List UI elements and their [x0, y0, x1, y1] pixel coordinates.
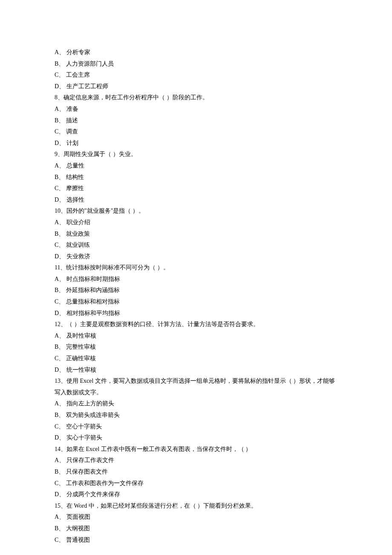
text-line: B、 只保存图表文件 [55, 466, 337, 478]
text-line: B、 外延指标和内涵指标 [55, 285, 337, 296]
text-line: A、 只保存工作表文件 [55, 455, 337, 466]
text-line: A、 页面视图 [55, 512, 337, 523]
text-line: 8、确定信息来源，时在工作分析程序中（ ）阶段的工作。 [55, 92, 337, 104]
document-page: A、 分析专家 B、 人力资源部门人员 C、 工会主席 D、 生产工艺工程师 8… [0, 0, 392, 555]
text-line: B、 人力资源部门人员 [55, 58, 337, 70]
text-line: A、 准备 [55, 104, 337, 115]
text-line: 15、在 Word 中，如果已经对某些段落进行分栏，在（ ）下能看到分栏效果。 [55, 500, 337, 512]
text-line: B、 完整性审核 [55, 341, 337, 353]
text-line: D、 选择性 [55, 194, 337, 206]
text-line: B、 大纲视图 [55, 523, 337, 535]
text-line: D、 相对指标和平均指标 [55, 308, 337, 319]
text-line: C、 调查 [55, 126, 337, 138]
text-line: 13、使用 Excel 文件，要写入数据或项目文字而选择一组单元格时，要将鼠标的… [55, 376, 337, 398]
text-line: A、 总量性 [55, 160, 337, 172]
text-line: A、 分析专家 [55, 47, 337, 58]
text-line: C、 就业训练 [55, 240, 337, 251]
text-line: D、 失业救济 [55, 251, 337, 263]
text-line: B、 结构性 [55, 172, 337, 183]
text-line: C、 工会主席 [55, 69, 337, 81]
text-line: 14、如果在 Excel 工作表中既有一般工作表又有图表，当保存文件时，（ ） [55, 444, 337, 455]
text-line: C、 普通视图 [55, 535, 337, 546]
text-line: 12、（ ）主要是观察数据资料的口径、计算方法、计量方法等是否符合要求。 [55, 319, 337, 330]
text-line: A、 时点指标和时期指标 [55, 274, 337, 285]
text-line: 10、国外的"就业服务"是指（ ）。 [55, 205, 337, 217]
text-line: C、 总量指标和相对指标 [55, 296, 337, 308]
text-line: D、 生产工艺工程师 [55, 81, 337, 92]
text-line: C、 空心十字箭头 [55, 421, 337, 433]
text-line: B、 描述 [55, 115, 337, 127]
text-line: D、 分成两个文件来保存 [55, 489, 337, 500]
text-line: C、 工作表和图表作为一文件保存 [55, 478, 337, 489]
text-line: 11、统计指标按时间标准不同可分为（ ）。 [55, 262, 337, 274]
text-line: 9、周期性失业属于（ ）失业。 [55, 149, 337, 160]
text-line: B、 就业政策 [55, 228, 337, 240]
text-line: C、 摩擦性 [55, 183, 337, 194]
text-line: B、 双为箭头或连串箭头 [55, 410, 337, 421]
text-line: A、 指向左上方的箭头 [55, 398, 337, 410]
text-line: A、 及时性审核 [55, 330, 337, 342]
text-line: C、 正确性审核 [55, 353, 337, 364]
text-line: A、 职业介绍 [55, 217, 337, 228]
text-line: D、 计划 [55, 138, 337, 149]
text-line: D、 统一性审核 [55, 364, 337, 376]
text-line: D、 实心十字箭头 [55, 432, 337, 444]
